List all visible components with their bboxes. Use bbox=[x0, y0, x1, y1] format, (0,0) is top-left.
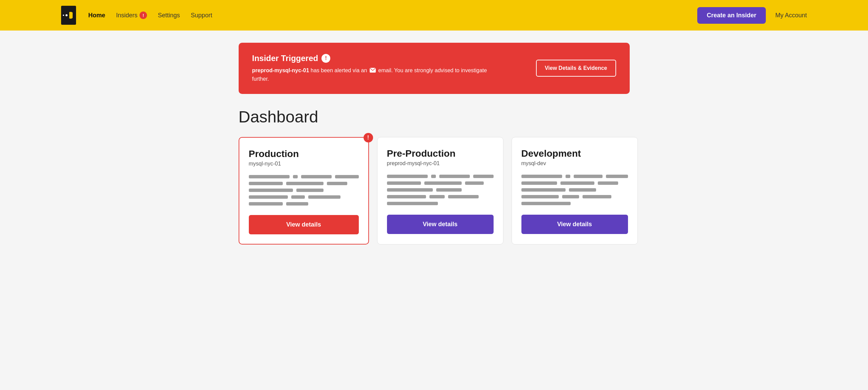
nav-home[interactable]: Home bbox=[88, 12, 105, 19]
card-development-title: Development bbox=[521, 148, 628, 159]
card-pre-production-subtitle: preprod-mysql-nyc-01 bbox=[387, 160, 494, 167]
card-development-skeleton bbox=[521, 175, 628, 205]
svg-rect-1 bbox=[69, 12, 72, 19]
card-development-view-button[interactable]: View details bbox=[521, 215, 628, 234]
alert-server-name: preprod-mysql-nyc-01 bbox=[252, 67, 309, 73]
alert-banner: Insider Triggered ! preprod-mysql-nyc-01… bbox=[239, 43, 630, 94]
logo-icon[interactable] bbox=[61, 6, 76, 25]
card-production: ! Production mysql-nyc-01 View details bbox=[239, 137, 369, 245]
card-production-skeleton bbox=[249, 175, 359, 206]
main-content: Insider Triggered ! preprod-mysql-nyc-01… bbox=[230, 31, 638, 257]
card-development-subtitle: mysql-dev bbox=[521, 160, 628, 167]
card-pre-production-skeleton bbox=[387, 175, 494, 205]
cards-grid: ! Production mysql-nyc-01 View details P… bbox=[239, 137, 630, 245]
card-pre-production-title: Pre-Production bbox=[387, 148, 494, 159]
card-pre-production-view-button[interactable]: View details bbox=[387, 215, 494, 234]
card-production-view-button[interactable]: View details bbox=[249, 215, 359, 234]
alert-desc-mid: has been alerted via an bbox=[309, 67, 367, 73]
dashboard-title: Dashboard bbox=[239, 108, 630, 126]
card-production-subtitle: mysql-nyc-01 bbox=[249, 161, 359, 167]
nav-links: Home Insiders ! Settings Support bbox=[88, 12, 212, 19]
nav-insiders[interactable]: Insiders bbox=[116, 12, 137, 19]
card-production-alert-dot: ! bbox=[364, 133, 373, 142]
view-details-evidence-button[interactable]: View Details & Evidence bbox=[536, 60, 616, 77]
navbar-left: Home Insiders ! Settings Support bbox=[61, 6, 212, 25]
email-icon bbox=[370, 67, 376, 75]
navbar: Home Insiders ! Settings Support Create … bbox=[0, 0, 868, 31]
alert-title-text: Insider Triggered bbox=[252, 54, 318, 63]
nav-settings[interactable]: Settings bbox=[158, 12, 180, 19]
create-insider-button[interactable]: Create an Insider bbox=[697, 7, 766, 24]
card-development: Development mysql-dev View details bbox=[512, 137, 638, 245]
alert-banner-text: Insider Triggered ! preprod-mysql-nyc-01… bbox=[252, 54, 490, 83]
alert-description: preprod-mysql-nyc-01 has been alerted vi… bbox=[252, 66, 490, 83]
card-pre-production: Pre-Production preprod-mysql-nyc-01 View… bbox=[377, 137, 503, 245]
my-account-link[interactable]: My Account bbox=[775, 12, 807, 19]
card-production-title: Production bbox=[249, 149, 359, 159]
nav-support[interactable]: Support bbox=[191, 12, 212, 19]
alert-title: Insider Triggered ! bbox=[252, 54, 490, 63]
alert-title-icon: ! bbox=[321, 54, 330, 63]
insiders-alert-badge: ! bbox=[140, 12, 147, 19]
svg-rect-0 bbox=[64, 8, 73, 22]
navbar-right: Create an Insider My Account bbox=[697, 7, 807, 24]
svg-point-2 bbox=[66, 14, 68, 16]
nav-insiders-wrapper: Insiders ! bbox=[116, 12, 147, 19]
